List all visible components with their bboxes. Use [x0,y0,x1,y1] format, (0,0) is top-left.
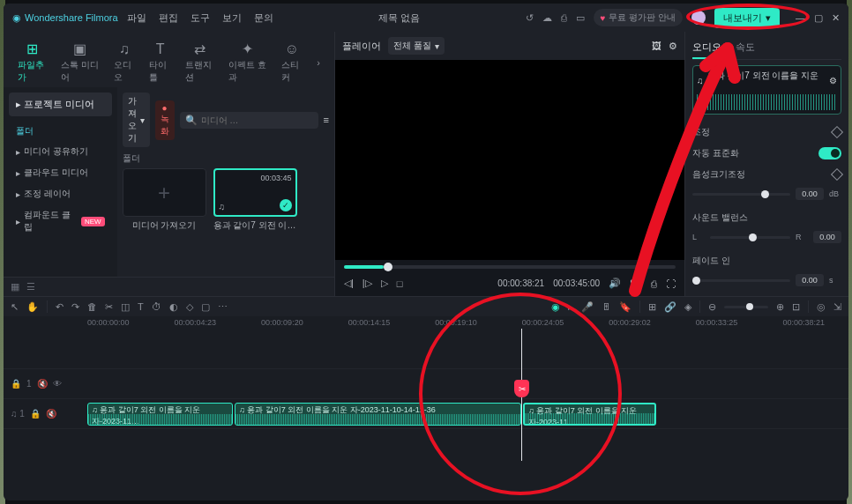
preview-progress-bar[interactable] [344,265,676,269]
play-tl-icon[interactable]: ▸ [568,301,573,313]
sidebar-folder[interactable]: 폴더 [9,122,112,141]
zoom-slider[interactable] [724,306,768,308]
record-button[interactable]: ● 녹화 [155,100,175,140]
sidebar-cloud[interactable]: ▸ 클라우드 미디어 [9,162,112,183]
quality-dropdown[interactable]: 전체 품질 ▾ [388,37,445,55]
layout-icon[interactable]: ▭ [576,12,585,24]
trial-pill[interactable]: ♥무료 평가판 안내 [594,9,684,26]
mute-icon[interactable]: 🔇 [37,379,48,389]
mute-icon[interactable]: 🔇 [46,409,56,419]
mask-icon[interactable]: ▢ [201,301,210,313]
hand-icon[interactable]: ✋ [26,301,39,313]
sidebar-share[interactable]: ▸ 미디어 공유하기 [9,141,112,162]
sidebar-project-media[interactable]: ▸ 프로젝트 미디어 [9,93,112,116]
tl-expand-icon[interactable]: ⇲ [833,301,841,313]
fadein-slider[interactable] [692,279,790,282]
zoom-out-icon[interactable]: ⊖ [708,301,716,313]
volume-icon[interactable]: 🔊 [609,278,621,289]
zoom-in-icon[interactable]: ⊕ [776,301,784,313]
snapshot-icon[interactable]: 📷 [630,278,642,289]
fadein-value[interactable]: 0.00 [796,274,824,286]
text-icon[interactable]: T [138,301,144,312]
more-icon[interactable]: ⋯ [218,301,228,313]
zoom-fit-icon[interactable]: ⊡ [792,301,800,313]
timeline-ruler[interactable]: 00:00:00:00 00:00:04:23 00:00:09:20 00:0… [4,316,848,329]
pointer-icon[interactable]: ↖ [11,301,19,313]
lock-icon[interactable]: 🔒 [30,409,41,419]
video-track-1[interactable]: 🔒1🔇👁 [4,369,848,399]
sort-icon[interactable]: ≡ [324,115,329,125]
keyframe-icon[interactable]: ◇ [186,301,193,313]
snapshot-meta-icon[interactable]: 🖼 [652,41,661,51]
markout-icon[interactable]: ⎙ [651,278,657,289]
split-icon[interactable]: ✂ [105,301,113,313]
tab-sticker[interactable]: ☺스티커 [276,38,309,87]
sidebar-compound[interactable]: ▸ 컴파운드 클립 NEW [9,204,112,238]
gear-icon[interactable]: ⚙ [829,76,837,85]
tab-effect[interactable]: ✦이펙트 효과 [223,37,273,87]
tabs-more-icon[interactable]: › [311,52,325,73]
search-input[interactable]: 🔍 [180,112,318,129]
export-button[interactable]: 내보내기 ▾ [714,8,780,28]
tl-settings-icon[interactable]: ◎ [817,301,826,313]
balance-value[interactable]: 0.00 [813,231,841,243]
playhead-handle-icon[interactable]: ✂ [514,380,529,397]
import-dropdown[interactable]: 가져오기 ▾ [123,93,150,147]
play-icon[interactable]: ▷ [381,278,388,289]
audio-clip-2[interactable]: ♫ 용과 같이7 외전 이름을 지운 자-2023-11-10-14-11-36 [235,403,521,426]
thumb-audio-clip[interactable]: 00:03:45 ♫ ✓ 용과 같이7 외전 이름을 지... [213,168,297,232]
grid-view-icon[interactable]: ▦ [11,281,19,293]
snap-icon[interactable]: ⊞ [648,301,656,313]
audio-track-1[interactable]: ♫ 1🔒🔇 ♫ 용과 같이7 외전 이름을 지운 자-2023-11… ♫ 용과… [4,399,848,429]
mixer-icon[interactable]: 🎚 [602,301,611,312]
right-tab-speed[interactable]: 속도 [736,37,755,59]
delete-icon[interactable]: 🗑 [87,301,97,312]
color-icon[interactable]: ◐ [169,301,178,313]
menu-edit[interactable]: 편집 [159,11,178,25]
close-icon[interactable]: ✕ [832,12,840,24]
mic-icon[interactable]: 🎤 [581,301,594,313]
prev-frame-icon[interactable]: ◁| [344,278,354,289]
maximize-icon[interactable]: ▢ [814,12,823,24]
stop-icon[interactable]: □ [397,278,403,289]
menu-file[interactable]: 파일 [127,11,146,25]
menu-view[interactable]: 보기 [222,11,242,25]
tab-audio[interactable]: ♫오디오 [108,38,141,87]
keyframe-diamond-icon[interactable] [831,126,843,138]
lock-icon[interactable]: 🔒 [11,379,21,389]
menu-tools[interactable]: 도구 [191,11,210,25]
keyframe-diamond-icon[interactable] [831,168,843,181]
marker2-icon[interactable]: ◈ [684,301,691,313]
sidebar-adjust-layer[interactable]: ▸ 조정 레이어 [9,183,112,204]
volume-value[interactable]: 0.00 [796,188,824,200]
marker-icon[interactable]: 🔖 [619,301,632,313]
preview-viewport[interactable] [335,60,684,260]
link-icon[interactable]: 🔗 [664,301,676,313]
save-icon[interactable]: ⎙ [561,12,567,23]
undo-icon[interactable]: ↶ [56,301,64,313]
list-view-icon[interactable]: ☰ [26,281,35,293]
next-frame-icon[interactable]: |▷ [362,278,372,289]
ai-icon[interactable]: ◉ [551,301,560,313]
history-icon[interactable]: ↺ [526,12,534,24]
tab-transition[interactable]: ⇄트랜지션 [180,37,220,87]
minimize-icon[interactable]: — [796,12,805,24]
tab-stock[interactable]: ▣스톡 미디어 [56,37,105,87]
volume-slider[interactable] [692,193,790,196]
redo-icon[interactable]: ↷ [71,301,79,313]
clip-card[interactable]: ♫용과 같이7 외전 이름을 지운 ...⚙ [692,65,841,115]
preview-settings-icon[interactable]: ⚙ [669,41,677,52]
cloud-icon[interactable]: ☁ [542,12,552,24]
auto-normalize-toggle[interactable] [818,147,841,159]
fullscreen-icon[interactable]: ⛶ [666,278,676,289]
crop-icon[interactable]: ◫ [121,301,130,313]
eye-icon[interactable]: 👁 [53,379,62,389]
avatar[interactable] [691,11,706,25]
audio-clip-3[interactable]: ♫ 용과 같이7 외전 이름을 지운 자-2023-11… [523,403,656,426]
tab-title[interactable]: T타이틀 [144,38,176,87]
tab-file-add[interactable]: ⊞파일추가 [12,37,52,87]
right-tab-audio[interactable]: 오디오 [692,37,721,59]
speed-icon[interactable]: ⏱ [152,301,161,312]
audio-clip-1[interactable]: ♫ 용과 같이7 외전 이름을 지운 자-2023-11… [87,403,233,426]
balance-slider[interactable] [710,236,790,239]
